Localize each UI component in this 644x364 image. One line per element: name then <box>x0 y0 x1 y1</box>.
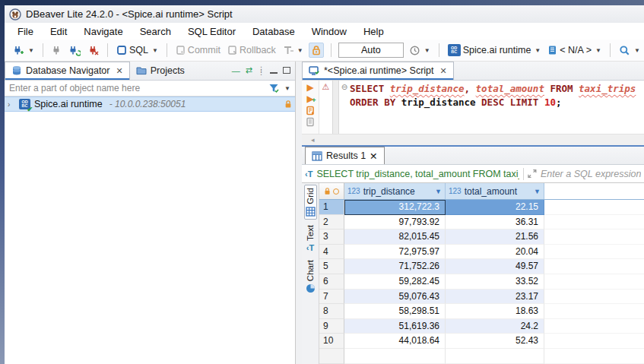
table-row[interactable]: 4 72,975.97 20.04 <box>319 245 644 260</box>
link-editor-icon[interactable]: ⇄ <box>246 65 252 75</box>
transaction-mode-button[interactable]: ▼ <box>281 43 305 57</box>
close-icon[interactable]: ✕ <box>116 66 122 76</box>
grid-cell[interactable]: 59,282.45 <box>344 274 446 290</box>
table-row[interactable]: 2 97,793.92 36.31 <box>319 215 644 230</box>
grid-cell[interactable]: 49.57 <box>446 259 544 274</box>
table-row[interactable]: 7 59,076.43 23.17 <box>319 290 644 305</box>
new-connection-button[interactable]: ▼ <box>11 43 36 58</box>
grid-cell[interactable]: 71,752.26 <box>344 259 446 274</box>
grid-cell[interactable]: 58,298.51 <box>344 304 446 319</box>
chevron-down-icon[interactable]: ▼ <box>634 47 640 54</box>
table-row[interactable]: 6 59,282.45 33.52 <box>319 274 644 290</box>
object-filter-input[interactable] <box>5 83 268 93</box>
menu-navigate[interactable]: Navigate <box>75 24 131 39</box>
autocommit-toggle[interactable] <box>309 43 324 58</box>
table-row[interactable]: 1 312,722.3 22.15 <box>319 200 644 215</box>
grid-cell[interactable]: 22.15 <box>446 200 544 215</box>
view-menu-icon[interactable]: ⋮⋮ <box>258 68 265 74</box>
panel-splitter[interactable] <box>296 62 302 364</box>
execute-new-tab-icon[interactable]: ▶+ <box>306 94 313 104</box>
column-header-total-amount[interactable]: 123 total_amount ▼ <box>446 183 544 199</box>
fold-collapse-icon[interactable]: ⊖ <box>341 83 347 91</box>
active-connection-selector[interactable]: ODBC Spice.ai runtime ▼ <box>446 43 543 58</box>
rollback-button[interactable]: Rollback <box>226 43 278 57</box>
grid-cell[interactable]: 59,076.43 <box>344 290 446 305</box>
close-icon[interactable]: ✕ <box>370 150 377 162</box>
grid-cell[interactable]: 33.52 <box>446 274 544 290</box>
grid-cell[interactable]: 51,619.36 <box>344 319 446 334</box>
reconnect-button[interactable] <box>67 43 82 58</box>
results-tabbar: Results 1 ✕ <box>302 147 644 165</box>
disconnect-button[interactable] <box>86 43 100 58</box>
chevron-down-icon[interactable]: ▼ <box>297 47 303 54</box>
menu-edit[interactable]: Edit <box>42 24 75 39</box>
table-row[interactable]: 8 58,298.51 18.63 <box>319 304 644 319</box>
active-connection-label: Spice.ai runtime <box>463 45 531 55</box>
close-icon[interactable]: ✕ <box>440 66 447 76</box>
menu-window[interactable]: Window <box>303 24 355 39</box>
chevron-down-icon[interactable]: ▼ <box>152 47 158 54</box>
expand-chevron-icon[interactable]: › <box>8 100 15 109</box>
tab-database-navigator[interactable]: Database Navigator ✕ <box>5 62 130 80</box>
grid-cell[interactable]: 312,722.3 <box>344 200 446 215</box>
menu-help[interactable]: Help <box>355 24 392 39</box>
menu-sql-editor[interactable]: SQL Editor <box>179 24 244 39</box>
sql-editor-button[interactable]: SQL ▼ <box>115 43 160 57</box>
commit-button[interactable]: Commit <box>174 43 222 57</box>
grid-cell[interactable]: 52.43 <box>446 334 544 349</box>
tab-results-1[interactable]: Results 1 ✕ <box>305 147 385 164</box>
tab-chart[interactable]: Chart <box>305 258 316 296</box>
execute-script-icon[interactable] <box>306 106 316 116</box>
collapse-all-icon[interactable]: — <box>232 66 240 75</box>
expression-filter-placeholder[interactable]: Enter a SQL expression to <box>541 169 641 179</box>
code-area[interactable]: SELECT trip_distance, total_amount FROM … <box>350 81 644 134</box>
grid-cell[interactable]: 72,975.97 <box>344 245 446 260</box>
grid-cell[interactable]: 82,015.45 <box>344 229 446 245</box>
column-menu-icon[interactable]: ▼ <box>534 188 541 195</box>
expand-icon[interactable] <box>528 169 537 179</box>
filter-funnel-icon[interactable] <box>268 83 280 93</box>
menu-file[interactable]: File <box>9 24 42 39</box>
active-schema-selector[interactable]: < N/A > ▼ <box>546 43 603 57</box>
grid-cell[interactable]: 24.2 <box>446 319 544 334</box>
history-button[interactable]: ▼ <box>408 43 432 58</box>
minimize-view-icon[interactable] <box>270 71 278 74</box>
chevron-down-icon[interactable]: ▼ <box>28 47 34 54</box>
sql-editor[interactable]: ▶ ▶+ ⚠ ⊖ SELECT trip_distance, total_amo… <box>302 81 644 134</box>
chevron-down-icon[interactable]: ▼ <box>535 47 541 54</box>
results-grid-icon <box>312 151 322 161</box>
grid-cell[interactable]: 97,793.92 <box>344 215 446 230</box>
connect-button[interactable] <box>50 43 63 58</box>
connection-tree-item[interactable]: › ODBC✔ Spice.ai runtime - 10.0.0.238:50… <box>5 97 295 112</box>
grid-cell[interactable]: 20.04 <box>446 245 544 260</box>
grid-corner-cell[interactable] <box>319 183 344 199</box>
tab-grid[interactable]: Grid <box>304 185 317 220</box>
execute-statement-icon[interactable]: ▶ <box>306 83 313 93</box>
tab-text[interactable]: Text ‹T <box>305 223 316 255</box>
grid-cell[interactable]: 23.17 <box>446 290 544 305</box>
chevron-down-icon[interactable]: ▼ <box>595 47 601 54</box>
table-row[interactable]: 10 44,018.64 52.43 <box>319 334 644 349</box>
table-row[interactable]: 3 82,015.45 21.56 <box>319 229 644 245</box>
results-grid[interactable]: 123 trip_distance ▼ 123 total_amount ▼ <box>319 183 644 364</box>
menu-search[interactable]: Search <box>132 24 179 39</box>
script-gray-icon[interactable] <box>306 117 316 127</box>
search-button[interactable]: ▼ <box>617 43 642 58</box>
sql-editor-label: SQL <box>129 45 148 55</box>
isolation-combo[interactable]: Auto <box>338 43 404 58</box>
table-row[interactable]: 9 51,619.36 24.2 <box>319 319 644 334</box>
table-row[interactable]: 5 71,752.26 49.57 <box>319 259 644 274</box>
editor-horizontal-scrollbar[interactable]: ◂ <box>302 134 644 145</box>
menu-database[interactable]: Database <box>244 24 303 39</box>
grid-cell[interactable]: 36.31 <box>446 215 544 230</box>
column-header-trip-distance[interactable]: 123 trip_distance ▼ <box>344 183 446 199</box>
tab-sql-script[interactable]: *<Spice.ai runtime> Script ✕ <box>302 62 454 80</box>
maximize-view-icon[interactable] <box>283 67 290 74</box>
chevron-down-icon[interactable]: ▼ <box>424 47 430 54</box>
grid-cell[interactable]: 18.63 <box>446 304 544 319</box>
grid-cell[interactable]: 21.56 <box>446 229 544 245</box>
chevron-down-icon[interactable]: ▼ <box>284 85 290 92</box>
grid-cell[interactable]: 44,018.64 <box>344 334 446 349</box>
tab-projects[interactable]: Projects <box>130 62 191 80</box>
column-menu-icon[interactable]: ▼ <box>435 188 442 195</box>
